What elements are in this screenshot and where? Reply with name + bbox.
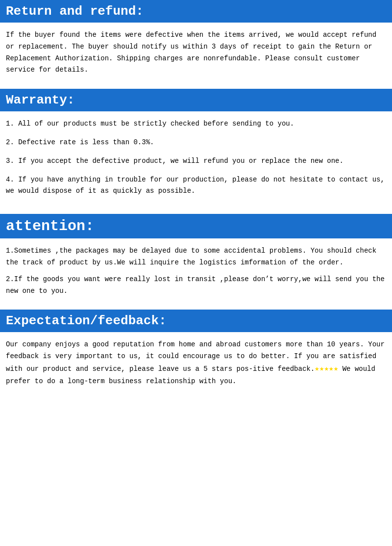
warranty-heading: Warranty: bbox=[0, 89, 392, 111]
return-refund-section: Return and refund: If the buyer found th… bbox=[0, 0, 392, 89]
attention-content: 1.Sometimes ,the packages may be delayed… bbox=[0, 238, 392, 310]
warranty-item-3: 3. If you accept the defective product, … bbox=[6, 156, 386, 167]
attention-item-1: 1.Sometimes ,the packages may be delayed… bbox=[6, 245, 386, 269]
attention-section: attention: 1.Sometimes ,the packages may… bbox=[0, 214, 392, 310]
warranty-section: Warranty: 1. All of our products must be… bbox=[0, 89, 392, 214]
warranty-content: 1. All of our products must be strictly … bbox=[0, 111, 392, 214]
warranty-item-4: 4. If you have anything in trouble for o… bbox=[6, 174, 386, 198]
expectation-body: Our company enjoys a good reputation fro… bbox=[6, 339, 386, 388]
return-refund-body: If the buyer found the items were defect… bbox=[6, 29, 386, 76]
expectation-heading: Expectation/feedback: bbox=[0, 310, 392, 332]
warranty-item-1: 1. All of our products must be strictly … bbox=[6, 118, 386, 130]
expectation-section: Expectation/feedback: Our company enjoys… bbox=[0, 310, 392, 400]
expectation-stars: ★★★★★ bbox=[315, 364, 338, 373]
expectation-content: Our company enjoys a good reputation fro… bbox=[0, 332, 392, 400]
return-refund-content: If the buyer found the items were defect… bbox=[0, 23, 392, 89]
attention-item-2: 2.If the goods you want were really lost… bbox=[6, 274, 386, 297]
return-refund-heading: Return and refund: bbox=[0, 0, 392, 23]
attention-heading: attention: bbox=[0, 214, 392, 238]
warranty-item-2: 2. Defective rate is less than 0.3%. bbox=[6, 137, 386, 149]
